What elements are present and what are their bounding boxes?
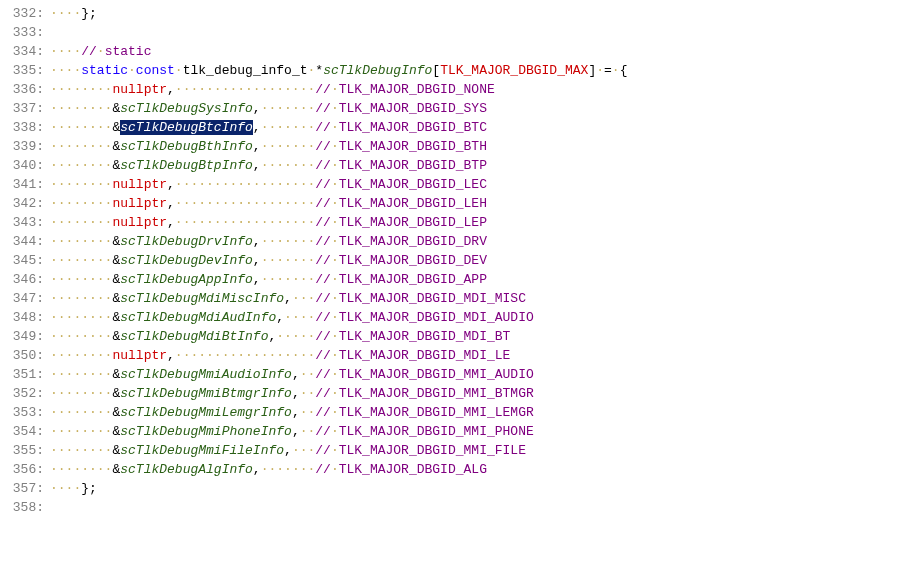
code-content[interactable]: ········&scTlkDebugAlgInfo,·······//·TLK… — [50, 460, 923, 479]
code-content[interactable]: ········&scTlkDebugMdiBtInfo,·····//·TLK… — [50, 327, 923, 346]
token-comment: // — [315, 120, 331, 135]
token-ws: ········ — [50, 177, 112, 192]
code-line[interactable]: 347:········&scTlkDebugMdiMiscInfo,···//… — [0, 289, 923, 308]
code-line[interactable]: 352:········&scTlkDebugMmiBtmgrInfo,··//… — [0, 384, 923, 403]
code-content[interactable]: ········&scTlkDebugMdiMiscInfo,···//·TLK… — [50, 289, 923, 308]
code-editor[interactable]: 332:····};333:334:····//·static335:····s… — [0, 0, 923, 521]
code-line[interactable]: 355:········&scTlkDebugMmiFileInfo,···//… — [0, 441, 923, 460]
code-line[interactable]: 358: — [0, 498, 923, 517]
token-ws: · — [331, 234, 339, 249]
token-ws: ········ — [50, 196, 112, 211]
code-line[interactable]: 336:········nullptr,··················//… — [0, 80, 923, 99]
token-num: , — [167, 177, 175, 192]
token-comment: TLK_MAJOR_DBGID_MDI_MISC — [339, 291, 526, 306]
code-content[interactable] — [50, 23, 923, 42]
token-num: [ — [432, 63, 440, 78]
code-content[interactable]: ········&scTlkDebugAppInfo,·······//·TLK… — [50, 270, 923, 289]
code-content[interactable]: ········&scTlkDebugMmiLemgrInfo,··//·TLK… — [50, 403, 923, 422]
code-content[interactable] — [50, 498, 923, 517]
token-comment: TLK_MAJOR_DBGID_DRV — [339, 234, 487, 249]
code-line[interactable]: 353:········&scTlkDebugMmiLemgrInfo,··//… — [0, 403, 923, 422]
token-comment: static — [105, 44, 152, 59]
line-number: 346: — [0, 270, 50, 289]
code-line[interactable]: 354:········&scTlkDebugMmiPhoneInfo,··//… — [0, 422, 923, 441]
code-line[interactable]: 356:········&scTlkDebugAlgInfo,·······//… — [0, 460, 923, 479]
token-ws: · — [331, 367, 339, 382]
code-line[interactable]: 334:····//·static — [0, 42, 923, 61]
token-num: , — [253, 234, 261, 249]
code-line[interactable]: 350:········nullptr,··················//… — [0, 346, 923, 365]
code-content[interactable]: ········&scTlkDebugSysInfo,·······//·TLK… — [50, 99, 923, 118]
code-line[interactable]: 345:········&scTlkDebugDevInfo,·······//… — [0, 251, 923, 270]
token-red: nullptr — [112, 348, 167, 363]
token-ws: ······· — [261, 272, 316, 287]
token-fn: scTlkDebugBthInfo — [120, 139, 253, 154]
line-number: 349: — [0, 327, 50, 346]
code-line[interactable]: 342:········nullptr,··················//… — [0, 194, 923, 213]
token-num: = — [604, 63, 612, 78]
code-line[interactable]: 339:········&scTlkDebugBthInfo,·······//… — [0, 137, 923, 156]
token-ws: ·················· — [175, 177, 315, 192]
token-ws: ········ — [50, 139, 112, 154]
token-ws: ····· — [276, 329, 315, 344]
token-comment: // — [315, 348, 331, 363]
token-comment: TLK_MAJOR_DBGID_DEV — [339, 253, 487, 268]
token-fn: scTlkDebugDevInfo — [120, 253, 253, 268]
code-content[interactable]: ········&scTlkDebugBthInfo,·······//·TLK… — [50, 137, 923, 156]
code-line[interactable]: 341:········nullptr,··················//… — [0, 175, 923, 194]
token-ws: ···· — [50, 6, 81, 21]
token-ws: ···· — [50, 44, 81, 59]
token-ws: ······· — [261, 253, 316, 268]
code-content[interactable]: ········&scTlkDebugBtpInfo,·······//·TLK… — [50, 156, 923, 175]
token-comment: TLK_MAJOR_DBGID_SYS — [339, 101, 487, 116]
code-content[interactable]: ········nullptr,··················//·TLK… — [50, 213, 923, 232]
token-ws: · — [331, 386, 339, 401]
token-comment: TLK_MAJOR_DBGID_MMI_AUDIO — [339, 367, 534, 382]
code-content[interactable]: ········nullptr,··················//·TLK… — [50, 194, 923, 213]
code-content[interactable]: ········&scTlkDebugDevInfo,·······//·TLK… — [50, 251, 923, 270]
token-ws: · — [331, 310, 339, 325]
code-content[interactable]: ········&scTlkDebugMmiAudioInfo,··//·TLK… — [50, 365, 923, 384]
code-line[interactable]: 333: — [0, 23, 923, 42]
code-content[interactable]: ········&scTlkDebugMdiAudInfo,····//·TLK… — [50, 308, 923, 327]
line-number: 333: — [0, 23, 50, 42]
code-content[interactable]: ········nullptr,··················//·TLK… — [50, 80, 923, 99]
token-ws: · — [596, 63, 604, 78]
token-ws: ·· — [300, 405, 316, 420]
code-content[interactable]: ····}; — [50, 479, 923, 498]
code-content[interactable]: ········&scTlkDebugMmiBtmgrInfo,··//·TLK… — [50, 384, 923, 403]
token-ws: ······· — [261, 120, 316, 135]
code-line[interactable]: 337:········&scTlkDebugSysInfo,·······//… — [0, 99, 923, 118]
token-ws: ········ — [50, 405, 112, 420]
code-content[interactable]: ········nullptr,··················//·TLK… — [50, 175, 923, 194]
code-line[interactable]: 343:········nullptr,··················//… — [0, 213, 923, 232]
code-line[interactable]: 340:········&scTlkDebugBtpInfo,·······//… — [0, 156, 923, 175]
code-content[interactable]: ····//·static — [50, 42, 923, 61]
token-ws: ··· — [292, 443, 315, 458]
line-number: 351: — [0, 365, 50, 384]
token-num: , — [284, 443, 292, 458]
code-line[interactable]: 335:····static·const·tlk_debug_info_t·*s… — [0, 61, 923, 80]
token-comment: TLK_MAJOR_DBGID_MDI_BT — [339, 329, 511, 344]
line-number: 345: — [0, 251, 50, 270]
code-line[interactable]: 338:········&scTlkDebugBtcInfo,·······//… — [0, 118, 923, 137]
code-content[interactable]: ········&scTlkDebugDrvInfo,·······//·TLK… — [50, 232, 923, 251]
code-content[interactable]: ····}; — [50, 4, 923, 23]
token-num: , — [292, 424, 300, 439]
code-content[interactable]: ········&scTlkDebugMmiPhoneInfo,··//·TLK… — [50, 422, 923, 441]
code-content[interactable]: ········&scTlkDebugMmiFileInfo,···//·TLK… — [50, 441, 923, 460]
code-line[interactable]: 349:········&scTlkDebugMdiBtInfo,·····//… — [0, 327, 923, 346]
code-line[interactable]: 348:········&scTlkDebugMdiAudInfo,····//… — [0, 308, 923, 327]
code-line[interactable]: 344:········&scTlkDebugDrvInfo,·······//… — [0, 232, 923, 251]
token-ws: · — [612, 63, 620, 78]
code-line[interactable]: 346:········&scTlkDebugAppInfo,·······//… — [0, 270, 923, 289]
code-content[interactable]: ········nullptr,··················//·TLK… — [50, 346, 923, 365]
token-ws: · — [331, 405, 339, 420]
code-line[interactable]: 351:········&scTlkDebugMmiAudioInfo,··//… — [0, 365, 923, 384]
code-content[interactable]: ····static·const·tlk_debug_info_t·*scTlk… — [50, 61, 923, 80]
code-line[interactable]: 332:····}; — [0, 4, 923, 23]
line-number: 353: — [0, 403, 50, 422]
line-number: 356: — [0, 460, 50, 479]
code-content[interactable]: ········&scTlkDebugBtcInfo,·······//·TLK… — [50, 118, 923, 137]
code-line[interactable]: 357:····}; — [0, 479, 923, 498]
